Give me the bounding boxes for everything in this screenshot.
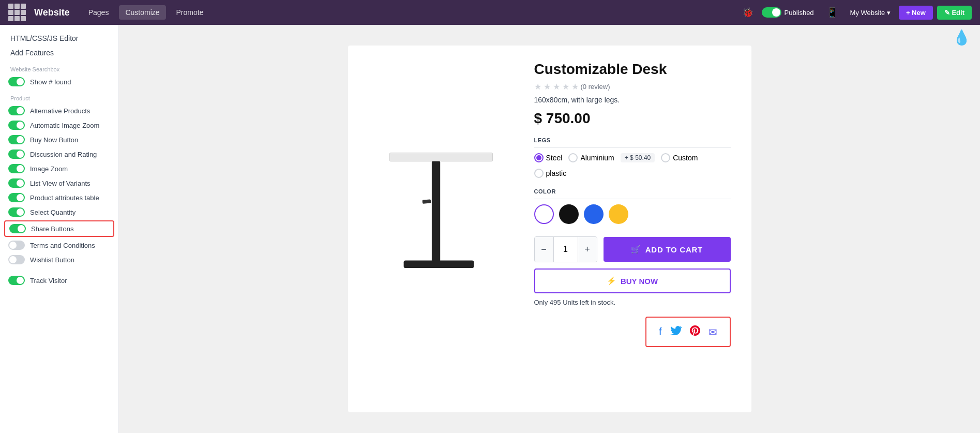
- brand-label: Website: [34, 7, 70, 18]
- product-title: Customizable Desk: [534, 61, 731, 78]
- toggle-track-visitor[interactable]: Track Visitor: [0, 273, 118, 288]
- website-dropdown[interactable]: My Website ▾: [850, 9, 891, 17]
- toggle-show-found-label: Show # found: [30, 78, 71, 86]
- content-area: Customizable Desk ★ ★ ★ ★ ★ (0 review) 1…: [119, 25, 980, 433]
- add-features-label: Add Features: [10, 49, 54, 57]
- section-label-product: Product: [0, 89, 118, 103]
- toggle-alternative-products-switch[interactable]: [8, 106, 25, 115]
- mobile-icon[interactable]: 📱: [826, 7, 838, 18]
- toggle-alternative-products-label: Alternative Products: [30, 107, 90, 115]
- toggle-list-view-variants[interactable]: List View of Variants: [0, 176, 118, 190]
- leg-option-aluminium[interactable]: Aluminium: [568, 153, 614, 162]
- lightning-icon: ⚡: [607, 276, 616, 286]
- bug-icon[interactable]: 🐞: [742, 7, 753, 18]
- share-pinterest-icon[interactable]: [690, 325, 700, 339]
- nav-customize[interactable]: Customize: [119, 5, 165, 20]
- toggle-discussion-rating[interactable]: Discussion and Rating: [0, 147, 118, 161]
- stock-text: Only 495 Units left in stock.: [534, 298, 731, 306]
- toggle-buy-now-label: Buy Now Button: [30, 136, 78, 144]
- toggle-list-view-switch[interactable]: [8, 178, 25, 188]
- toggle-buy-now-switch[interactable]: [8, 135, 25, 144]
- radio-steel[interactable]: [534, 153, 544, 162]
- publish-switch[interactable]: [762, 7, 781, 18]
- toggle-product-attr-label: Product attributes table: [30, 194, 99, 202]
- toggle-wishlist-switch[interactable]: [8, 255, 25, 264]
- toggle-wishlist-button[interactable]: Wishlist Button: [0, 252, 118, 267]
- add-to-cart-button[interactable]: 🛒 ADD TO CART: [604, 237, 731, 262]
- toggle-share-switch[interactable]: [9, 224, 26, 233]
- star-4: ★: [562, 82, 569, 92]
- color-label: COLOR: [534, 188, 731, 195]
- share-email-icon[interactable]: ✉: [708, 326, 717, 338]
- toggle-track-switch[interactable]: [8, 276, 25, 285]
- publish-toggle[interactable]: Published: [762, 7, 814, 18]
- edit-button[interactable]: ✎ Edit: [937, 6, 972, 20]
- color-divider: [534, 199, 731, 199]
- legs-divider: [534, 147, 731, 148]
- leg-option-steel[interactable]: Steel: [534, 153, 563, 162]
- leg-option-plastic[interactable]: plastic: [534, 169, 567, 178]
- product-image: [374, 106, 508, 303]
- toggle-product-attr-switch[interactable]: [8, 193, 25, 202]
- leg-plastic-label: plastic: [546, 169, 567, 177]
- legs-label: LEGS: [534, 137, 731, 143]
- toggle-terms-switch[interactable]: [8, 241, 25, 250]
- droplet-icon[interactable]: 💧: [953, 29, 971, 46]
- toggle-show-found-switch[interactable]: [8, 77, 25, 86]
- star-5: ★: [571, 82, 579, 92]
- radio-custom[interactable]: [661, 153, 670, 162]
- share-facebook-icon[interactable]: f: [659, 326, 662, 338]
- svg-rect-1: [431, 161, 440, 264]
- toggle-select-quantity[interactable]: Select Quantity: [0, 205, 118, 219]
- nav-promote[interactable]: Promote: [170, 8, 210, 17]
- toggle-image-zoom[interactable]: Image Zoom: [0, 161, 118, 176]
- topnav: Website Pages Customize Promote 🐞 Publis…: [0, 0, 980, 25]
- svg-rect-3: [422, 199, 431, 204]
- share-twitter-icon[interactable]: [670, 326, 682, 338]
- leg-custom-label: Custom: [673, 154, 698, 162]
- toggle-product-attributes[interactable]: Product attributes table: [0, 190, 118, 205]
- toggle-alternative-products[interactable]: Alternative Products: [0, 103, 118, 118]
- toggle-select-qty-switch[interactable]: [8, 207, 25, 217]
- sidebar: HTML/CSS/JS Editor Add Features Website …: [0, 25, 119, 433]
- toggle-discussion-switch[interactable]: [8, 150, 25, 159]
- nav-pages[interactable]: Pages: [82, 8, 115, 17]
- color-black[interactable]: [559, 204, 579, 224]
- qty-decrease-button[interactable]: −: [535, 237, 553, 262]
- buy-now-button[interactable]: ⚡ BUY NOW: [534, 268, 731, 293]
- product-page: Customizable Desk ★ ★ ★ ★ ★ (0 review) 1…: [348, 46, 751, 412]
- leg-option-custom[interactable]: Custom: [661, 153, 698, 162]
- product-price: $ 750.00: [534, 110, 731, 127]
- apps-grid-icon[interactable]: [8, 4, 26, 21]
- product-image-area: [369, 61, 514, 347]
- color-white[interactable]: [534, 204, 554, 224]
- svg-rect-0: [389, 153, 492, 161]
- toggle-discussion-label: Discussion and Rating: [30, 151, 97, 158]
- cart-icon: 🛒: [631, 245, 641, 254]
- add-to-cart-label: ADD TO CART: [645, 245, 703, 254]
- product-stars: ★ ★ ★ ★ ★ (0 review): [534, 82, 731, 92]
- new-button[interactable]: + New: [899, 6, 933, 20]
- color-blue[interactable]: [584, 204, 604, 224]
- toggle-show-found[interactable]: Show # found: [0, 74, 118, 89]
- qty-cart-row: − + 🛒 ADD TO CART: [534, 236, 731, 262]
- sidebar-item-html-editor[interactable]: HTML/CSS/JS Editor: [0, 31, 118, 46]
- radio-aluminium[interactable]: [568, 153, 578, 162]
- quantity-input[interactable]: [553, 237, 578, 262]
- published-label: Published: [785, 9, 814, 17]
- toggle-terms-conditions[interactable]: Terms and Conditions: [0, 238, 118, 252]
- star-3: ★: [553, 82, 560, 92]
- radio-plastic[interactable]: [534, 169, 544, 178]
- toggle-image-zoom-switch[interactable]: [8, 164, 25, 173]
- toggle-auto-image-zoom-switch[interactable]: [8, 121, 25, 130]
- sidebar-item-add-features[interactable]: Add Features: [0, 46, 118, 60]
- product-details: Customizable Desk ★ ★ ★ ★ ★ (0 review) 1…: [534, 61, 731, 347]
- toggle-auto-image-zoom[interactable]: Automatic Image Zoom: [0, 118, 118, 132]
- toggle-share-buttons[interactable]: Share Buttons: [4, 220, 114, 237]
- toggle-buy-now-button[interactable]: Buy Now Button: [0, 132, 118, 147]
- main-layout: HTML/CSS/JS Editor Add Features Website …: [0, 25, 980, 433]
- leg-steel-label: Steel: [546, 154, 563, 162]
- color-yellow[interactable]: [609, 204, 628, 224]
- qty-increase-button[interactable]: +: [578, 237, 597, 262]
- toggle-select-qty-label: Select Quantity: [30, 208, 76, 216]
